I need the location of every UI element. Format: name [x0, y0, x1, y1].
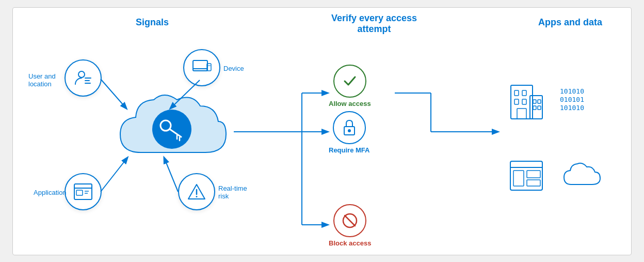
- cloud-app-icon: [561, 162, 602, 192]
- device-circle: [183, 49, 220, 86]
- binary-data-icon: 101010 010101 101010: [560, 84, 601, 120]
- svg-rect-9: [74, 184, 92, 199]
- svg-rect-40: [514, 90, 519, 96]
- portal-icon: [509, 160, 543, 193]
- building-icon: [508, 80, 544, 124]
- svg-rect-55: [513, 171, 524, 186]
- svg-point-36: [348, 129, 351, 132]
- realtime-risk-label: Real-timerisk: [218, 184, 247, 200]
- svg-rect-49: [538, 106, 541, 110]
- svg-point-0: [78, 71, 85, 78]
- svg-rect-41: [522, 90, 526, 96]
- flow-arrows: [13, 8, 632, 255]
- realtime-risk-circle: [178, 173, 215, 210]
- title-apps: Apps and data: [519, 17, 622, 28]
- svg-rect-47: [538, 100, 541, 103]
- svg-rect-48: [533, 106, 536, 110]
- svg-rect-56: [527, 171, 540, 178]
- block-access-outcome: Block access: [329, 204, 371, 247]
- title-verify: Verify every access attempt: [317, 13, 431, 35]
- allow-access-outcome: Allow access: [329, 65, 371, 107]
- svg-rect-46: [533, 100, 536, 103]
- svg-point-16: [196, 196, 198, 197]
- svg-point-17: [152, 110, 191, 149]
- svg-text:010101: 010101: [560, 96, 584, 103]
- application-circle: [65, 173, 102, 210]
- svg-rect-44: [517, 109, 526, 119]
- application-label: Application: [34, 189, 67, 196]
- device-label: Device: [223, 65, 244, 72]
- user-location-label: User andlocation: [28, 72, 56, 88]
- svg-rect-11: [76, 190, 83, 195]
- svg-rect-57: [527, 180, 540, 186]
- svg-rect-42: [514, 99, 519, 104]
- require-mfa-outcome: Require MFA: [329, 111, 369, 154]
- user-location-circle: [65, 59, 102, 97]
- diagram-container: Signals Verify every access attempt Apps…: [12, 7, 632, 255]
- svg-line-38: [345, 215, 355, 226]
- svg-rect-43: [522, 99, 526, 104]
- svg-text:101010: 101010: [560, 104, 584, 112]
- title-signals: Signals: [95, 17, 209, 28]
- svg-text:101010: 101010: [560, 87, 584, 95]
- cloud-icon: [110, 85, 234, 173]
